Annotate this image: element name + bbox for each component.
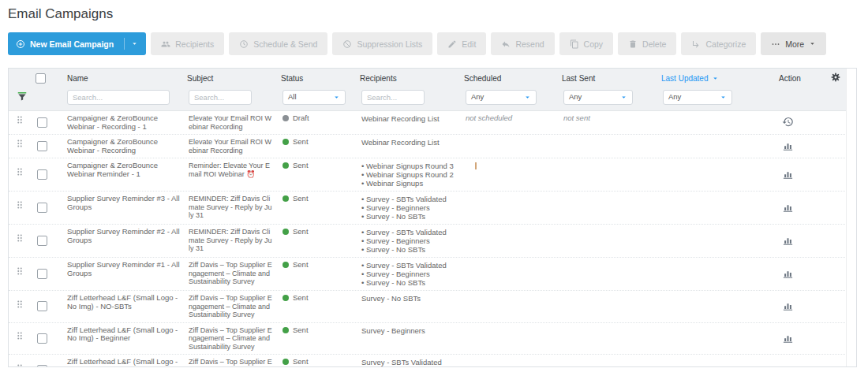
drag-indicator-icon <box>14 138 25 149</box>
recipients-search-input[interactable] <box>361 90 425 105</box>
row-checkbox[interactable] <box>37 169 47 180</box>
column-header-subject[interactable]: Subject <box>187 74 281 83</box>
row-checkbox[interactable] <box>37 203 47 213</box>
row-checkbox[interactable] <box>37 333 47 344</box>
caret-down-icon <box>524 94 531 101</box>
row-checkbox[interactable] <box>37 236 47 246</box>
action-chart-button[interactable] <box>782 267 794 279</box>
toolbar-button-recipients[interactable]: Recipients <box>151 32 224 55</box>
drag-handle[interactable] <box>9 166 36 183</box>
column-header-last-updated[interactable]: Last Updated <box>661 74 756 83</box>
status-label: Sent <box>293 138 309 147</box>
new-email-campaign-label: New Email Campaign <box>30 39 114 49</box>
action-history-button[interactable] <box>782 116 794 128</box>
recipient-list-item: • Webinar Signups Round 3 <box>361 162 458 170</box>
toolbar-button-more[interactable]: More <box>761 32 826 55</box>
drag-handle[interactable] <box>9 363 36 368</box>
last-sent-filter-select[interactable]: Any <box>563 90 633 105</box>
drag-handle[interactable] <box>9 138 36 154</box>
caret-down-icon <box>620 94 627 101</box>
recipients-cell: • Webinar Signups Round 3• Webinar Signu… <box>360 158 464 191</box>
toolbar-button-categorize[interactable]: Categorize <box>681 32 756 55</box>
column-header-name[interactable]: Name <box>61 74 187 83</box>
action-cell <box>756 231 824 251</box>
status-label: Sent <box>293 162 309 170</box>
action-cell <box>756 113 824 133</box>
action-chart-button[interactable] <box>782 234 794 246</box>
action-chart-button[interactable] <box>782 201 794 213</box>
column-header-last-sent[interactable]: Last Sent <box>562 74 661 83</box>
drag-handle[interactable] <box>9 299 36 315</box>
recipients-cell: Survey - SBTs Validated <box>360 355 464 367</box>
toolbar-button-resend[interactable]: Resend <box>491 32 554 55</box>
scheduled-filter-select[interactable]: Any <box>466 90 537 105</box>
row-gear-spacer <box>824 192 847 198</box>
recipient-list-item: Webinar Recording List <box>361 138 458 147</box>
action-chart-button[interactable] <box>782 363 794 367</box>
name-search-input[interactable] <box>67 90 170 105</box>
last-sent-filter-value: Any <box>569 93 582 102</box>
drag-handle[interactable] <box>9 266 36 282</box>
action-cell <box>756 360 824 367</box>
last-updated-filter-select[interactable]: Any <box>663 90 732 105</box>
drag-indicator-icon <box>14 199 25 210</box>
action-chart-button[interactable] <box>782 168 794 180</box>
table-row: Supplier Survey Reminder #3 - All Groups… <box>9 192 856 225</box>
drag-handle[interactable] <box>9 232 36 249</box>
filter-funnel-icon[interactable] <box>17 91 28 102</box>
scheduled-cell: not scheduled <box>464 111 562 126</box>
status-label: Sent <box>293 261 309 270</box>
toolbar-button-copy[interactable]: Copy <box>559 32 614 55</box>
recipients-cell: • Survey - SBTs Validated• Survey - Begi… <box>360 225 464 257</box>
column-header-recipients[interactable]: Recipients <box>360 74 464 83</box>
people-icon <box>161 39 170 49</box>
toolbar-button-label: Schedule & Send <box>253 39 317 49</box>
status-cell: Sent <box>281 135 360 150</box>
row-checkbox[interactable] <box>37 141 47 151</box>
table-row: Ziff Letterhead L&F (Small Logo - No Img… <box>9 323 856 355</box>
select-all-checkbox[interactable] <box>36 73 46 84</box>
drag-handle[interactable] <box>9 114 36 131</box>
toolbar-button-suppression-lists[interactable]: Suppression Lists <box>332 32 432 55</box>
action-cell <box>756 165 824 185</box>
row-checkbox[interactable] <box>37 117 47 128</box>
scrollbar-track[interactable] <box>846 69 856 366</box>
gear-icon[interactable] <box>830 72 841 83</box>
row-checkbox-cell <box>36 114 61 131</box>
row-gear-spacer <box>824 355 847 361</box>
drag-handle[interactable] <box>9 330 36 347</box>
row-checkbox[interactable] <box>37 365 47 367</box>
chart-icon <box>782 267 794 279</box>
subject-search-input[interactable] <box>189 90 252 105</box>
action-chart-button[interactable] <box>782 299 794 311</box>
column-header-scheduled[interactable]: Scheduled <box>464 74 562 83</box>
status-dot <box>282 139 289 145</box>
subject-cell: REMINDER: Ziff Davis Climate Survey - Re… <box>187 192 281 223</box>
action-chart-button[interactable] <box>782 140 794 151</box>
toolbar-button-schedule-send[interactable]: Schedule & Send <box>229 32 327 55</box>
status-filter-select[interactable]: All <box>282 90 346 105</box>
table-row: Ziff Letterhead L&F (Small Logo - No Img… <box>9 291 856 323</box>
subject-cell: Ziff Davis – Top Supplier Engagement – C… <box>187 323 281 355</box>
caret-down-icon[interactable] <box>131 40 138 47</box>
toolbar-button-delete[interactable]: Delete <box>618 32 676 55</box>
pencil-icon <box>447 39 457 49</box>
row-checkbox[interactable] <box>37 269 47 279</box>
recipient-list-item: • Survey - No SBTs <box>361 278 458 287</box>
column-header-status[interactable]: Status <box>281 74 360 83</box>
clock-icon <box>239 39 249 49</box>
row-checkbox[interactable] <box>37 301 47 311</box>
caret-down-icon <box>720 94 727 101</box>
drag-handle[interactable] <box>9 199 36 216</box>
toolbar-button-label: More <box>785 39 804 49</box>
new-email-campaign-button[interactable]: New Email Campaign <box>8 32 146 55</box>
row-gear-spacer <box>824 291 847 297</box>
campaign-name-cell: Supplier Survey Reminder #3 - All Groups <box>61 192 187 214</box>
last-sent-cell <box>562 258 661 264</box>
drag-indicator-icon <box>14 299 25 310</box>
status-cell: Sent <box>281 291 360 306</box>
toolbar-button-edit[interactable]: Edit <box>437 32 486 55</box>
last-sent-cell <box>562 225 661 231</box>
chart-icon <box>782 363 794 367</box>
action-chart-button[interactable] <box>782 332 794 344</box>
